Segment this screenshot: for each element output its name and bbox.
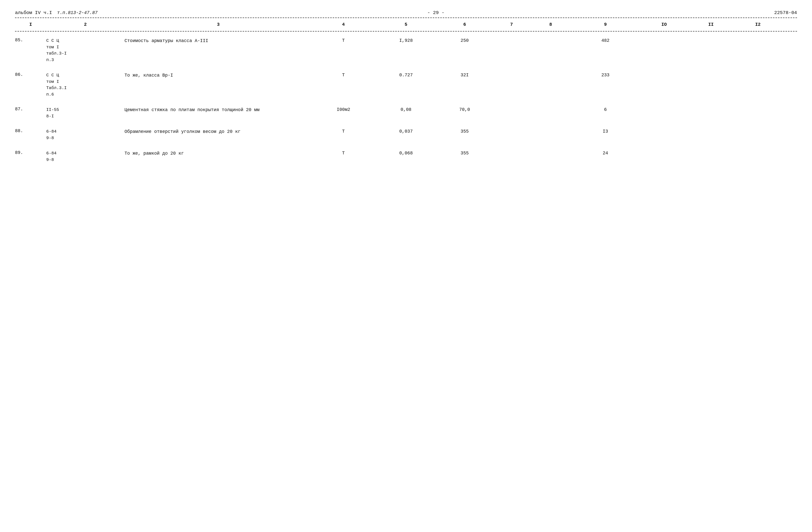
col-header-8: 8 xyxy=(531,22,570,27)
row-col8 xyxy=(531,150,570,151)
col-header-4: 4 xyxy=(312,22,375,27)
row-description: Цементная стяжка по плитам покрытия толщ… xyxy=(125,107,312,113)
row-price: 355 xyxy=(437,150,492,156)
row-price: 355 xyxy=(437,128,492,134)
row-price: 32I xyxy=(437,72,492,78)
col-header-5: 5 xyxy=(375,22,437,27)
row-number: 89. xyxy=(15,150,46,155)
album-label: альбом IV ч.I xyxy=(15,10,52,15)
row-description: Стоимость арматуры класса А-III xyxy=(125,38,312,44)
col-header-1: I xyxy=(15,22,46,27)
row-col12 xyxy=(735,72,782,73)
row-reference: С С Ц том I табл.3-I п.3 xyxy=(46,38,125,63)
row-col10 xyxy=(640,38,687,38)
row-quantity: 0,08 xyxy=(375,107,437,112)
row-unit: Т xyxy=(312,72,375,78)
row-col9: 482 xyxy=(570,38,641,43)
row-col7 xyxy=(492,38,531,38)
page-header: альбом IV ч.I т.п.813-2-47.87 - 29 - 225… xyxy=(15,10,797,15)
table-row: 88.6-84 9-8Обрамление отверстий уголком … xyxy=(15,124,797,146)
header-divider xyxy=(15,31,797,31)
row-col10 xyxy=(640,72,687,73)
row-reference: С С Ц том I Табл.3.I п.6 xyxy=(46,72,125,98)
row-number: 87. xyxy=(15,107,46,112)
row-col12 xyxy=(735,128,782,129)
row-col7 xyxy=(492,72,531,73)
table-row: 85.С С Ц том I табл.3-I п.3Стоимость арм… xyxy=(15,33,797,68)
row-quantity: 0,068 xyxy=(375,150,437,156)
col-header-2: 2 xyxy=(46,22,125,27)
document-code: 22578-04 xyxy=(774,10,797,15)
row-description: Обрамление отверстий уголком весом до 20… xyxy=(125,128,312,135)
row-col11 xyxy=(687,150,735,151)
row-quantity: 0,037 xyxy=(375,128,437,134)
row-col11 xyxy=(687,38,735,38)
row-col12 xyxy=(735,38,782,38)
row-col8 xyxy=(531,107,570,107)
row-col11 xyxy=(687,128,735,129)
col-header-6: 6 xyxy=(437,22,492,27)
row-col12 xyxy=(735,107,782,107)
row-col10 xyxy=(640,107,687,107)
col-header-10: IO xyxy=(640,22,687,27)
table-row: 86.С С Ц том I Табл.3.I п.6То же, класса… xyxy=(15,68,797,102)
row-quantity: I,928 xyxy=(375,38,437,43)
col-header-11: II xyxy=(687,22,735,27)
row-reference: 6-84 9-8 xyxy=(46,128,125,141)
row-col7 xyxy=(492,150,531,151)
col-header-12: I2 xyxy=(735,22,782,27)
row-number: 85. xyxy=(15,38,46,43)
row-col9: 6 xyxy=(570,107,641,112)
top-divider xyxy=(15,17,797,18)
row-col9: 233 xyxy=(570,72,641,78)
row-unit: Т xyxy=(312,128,375,134)
column-headers: I 2 3 4 5 6 7 8 9 IO II I2 xyxy=(15,19,797,29)
row-col10 xyxy=(640,150,687,151)
row-col8 xyxy=(531,128,570,129)
row-number: 86. xyxy=(15,72,46,77)
row-quantity: 0.727 xyxy=(375,72,437,78)
subtitle-label: т.п.813-2-47.87 xyxy=(57,10,98,15)
row-reference: II-55 8-I xyxy=(46,107,125,120)
row-number: 88. xyxy=(15,128,46,134)
row-col9: 24 xyxy=(570,150,641,156)
data-table: 85.С С Ц том I табл.3-I п.3Стоимость арм… xyxy=(15,33,797,167)
row-description: То же, рамкой до 20 кг xyxy=(125,150,312,157)
row-col9: I3 xyxy=(570,128,641,134)
row-col11 xyxy=(687,72,735,73)
row-col10 xyxy=(640,128,687,129)
table-row: 87.II-55 8-IЦементная стяжка по плитам п… xyxy=(15,102,797,124)
row-description: То же, класса Вр-I xyxy=(125,72,312,79)
row-col7 xyxy=(492,107,531,107)
row-unit: Т xyxy=(312,150,375,156)
row-price: 70,0 xyxy=(437,107,492,112)
row-col11 xyxy=(687,107,735,107)
row-col12 xyxy=(735,150,782,151)
row-unit: I00м2 xyxy=(312,107,375,112)
col-header-7: 7 xyxy=(492,22,531,27)
col-header-9: 9 xyxy=(570,22,641,27)
row-price: 250 xyxy=(437,38,492,43)
page-number: - 29 - xyxy=(98,10,774,15)
row-col8 xyxy=(531,72,570,73)
col-header-3: 3 xyxy=(125,22,312,27)
row-unit: Т xyxy=(312,38,375,43)
row-col7 xyxy=(492,128,531,129)
row-col8 xyxy=(531,38,570,38)
row-reference: 6-84 9-8 xyxy=(46,150,125,163)
table-row: 89.6-84 9-8То же, рамкой до 20 кгТ0,0683… xyxy=(15,146,797,167)
